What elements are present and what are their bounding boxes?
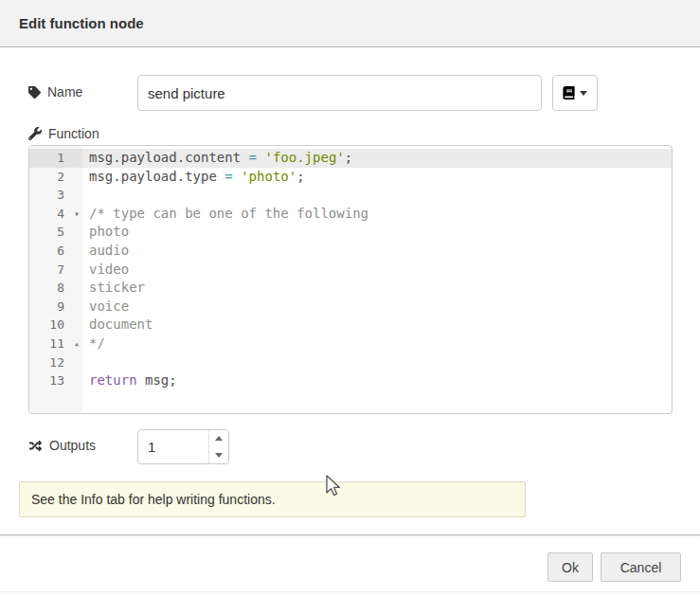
name-input[interactable]	[137, 75, 542, 111]
shuffle-icon	[28, 440, 43, 452]
line-number: 4▾	[29, 205, 82, 224]
code-text: */	[82, 335, 105, 353]
line-number: 11▴	[29, 335, 82, 353]
code-text: /* type can be one of the following	[82, 205, 368, 224]
tag-icon	[28, 86, 41, 99]
edit-function-node-dialog: Edit function node Name Function 1msg.pa…	[0, 0, 700, 597]
code-text: audio	[82, 242, 129, 261]
code-line[interactable]: 3	[29, 186, 672, 205]
outputs-spinner	[137, 429, 229, 464]
code-line[interactable]: 4▾/* type can be one of the following	[29, 205, 672, 224]
footer-separator	[0, 534, 700, 535]
fold-close-icon[interactable]: ▴	[74, 335, 80, 353]
spinner-buttons	[208, 430, 228, 463]
line-number: 9	[29, 298, 82, 317]
code-text	[82, 186, 89, 205]
code-line[interactable]: 2msg.payload.type = 'photo';	[29, 168, 672, 187]
book-icon	[563, 86, 575, 100]
outputs-input[interactable]	[138, 430, 208, 463]
code-text: msg.payload.type = 'photo';	[82, 168, 305, 187]
spinner-up-button[interactable]	[209, 430, 228, 447]
code-text: photo	[82, 223, 129, 242]
code-text: return msg;	[82, 371, 177, 390]
fold-open-icon[interactable]: ▾	[74, 205, 80, 224]
line-number: 1	[29, 149, 82, 168]
code-text: document	[82, 316, 153, 335]
mouse-cursor	[325, 475, 344, 498]
code-line[interactable]: 1msg.payload.content = 'foo.jpeg';	[29, 149, 672, 168]
library-button[interactable]	[552, 75, 598, 111]
function-code-editor[interactable]: 1msg.payload.content = 'foo.jpeg';2msg.p…	[28, 145, 673, 414]
code-line[interactable]: 12	[29, 353, 672, 372]
outputs-label-text: Outputs	[49, 438, 96, 453]
dialog-header: Edit function node	[0, 0, 700, 47]
code-text	[82, 353, 89, 372]
line-number: 3	[29, 186, 82, 205]
dialog-bottom-edge	[0, 591, 700, 592]
line-number: 5	[29, 223, 82, 242]
code-line[interactable]: 6audio	[29, 242, 672, 261]
function-field-label: Function	[28, 126, 99, 141]
triangle-up-icon	[215, 436, 223, 441]
code-line[interactable]: 11▴*/	[29, 335, 672, 353]
name-label-text: Name	[47, 84, 82, 100]
line-number: 6	[29, 242, 82, 261]
code-line[interactable]: 7video	[29, 261, 672, 280]
ok-button[interactable]: Ok	[547, 552, 593, 582]
line-number: 12	[29, 353, 82, 372]
code-text: sticker	[82, 279, 145, 298]
info-tip-box: See the Info tab for help writing functi…	[19, 481, 526, 517]
outputs-field-label: Outputs	[28, 438, 96, 453]
info-tip-text: See the Info tab for help writing functi…	[31, 492, 276, 507]
wrench-icon	[28, 127, 42, 140]
spinner-down-button[interactable]	[209, 447, 228, 464]
code-text: voice	[82, 298, 129, 317]
code-line[interactable]: 5photo	[29, 223, 672, 242]
code-text: msg.payload.content = 'foo.jpeg';	[82, 149, 352, 168]
code-line[interactable]: 8sticker	[29, 279, 672, 298]
function-label-text: Function	[48, 126, 99, 141]
cancel-button[interactable]: Cancel	[601, 552, 681, 582]
code-line[interactable]: 10document	[29, 316, 672, 335]
code-text: video	[82, 261, 129, 280]
line-number: 13	[29, 371, 82, 390]
dialog-title: Edit function node	[19, 15, 144, 31]
triangle-down-icon	[215, 453, 223, 458]
code-line[interactable]: 13return msg;	[29, 371, 672, 390]
line-number: 8	[29, 279, 82, 298]
line-number: 10	[29, 316, 82, 335]
code-line[interactable]: 9voice	[29, 298, 672, 317]
line-number: 7	[29, 261, 82, 280]
code-lines: 1msg.payload.content = 'foo.jpeg';2msg.p…	[29, 146, 672, 390]
name-field-label: Name	[28, 84, 82, 100]
caret-down-icon	[580, 91, 587, 96]
line-number: 2	[29, 168, 82, 187]
